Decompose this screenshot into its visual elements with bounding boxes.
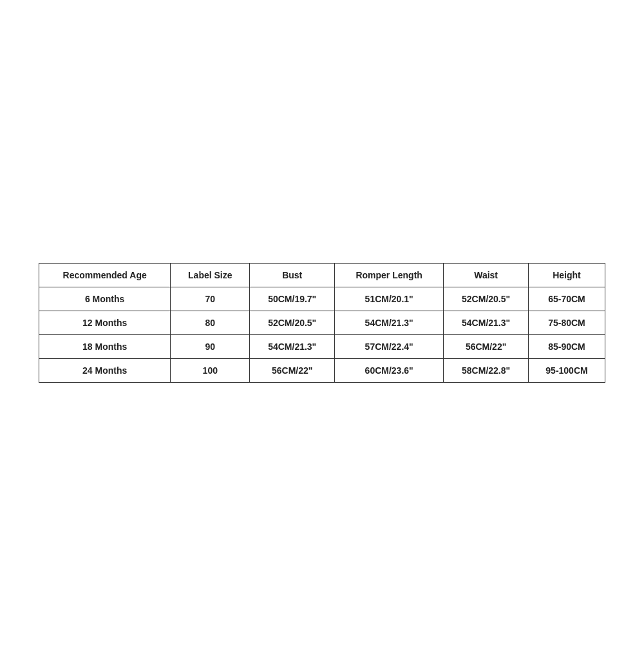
- cell-bust: 56CM/22": [250, 358, 335, 382]
- table-row: 18 Months9054CM/21.3"57CM/22.4"56CM/22"8…: [39, 334, 605, 358]
- cell-label-size: 70: [171, 287, 250, 311]
- cell-label-size: 90: [171, 334, 250, 358]
- cell-waist: 58CM/22.8": [444, 358, 529, 382]
- cell-waist: 56CM/22": [444, 334, 529, 358]
- cell-age: 6 Months: [39, 287, 171, 311]
- table-row: 24 Months10056CM/22"60CM/23.6"58CM/22.8"…: [39, 358, 605, 382]
- cell-height: 75-80CM: [529, 311, 605, 334]
- cell-age: 18 Months: [39, 334, 171, 358]
- cell-age: 12 Months: [39, 311, 171, 334]
- header-height: Height: [529, 263, 605, 287]
- cell-waist: 54CM/21.3": [444, 311, 529, 334]
- cell-height: 65-70CM: [529, 287, 605, 311]
- cell-height: 95-100CM: [529, 358, 605, 382]
- cell-romper-length: 54CM/21.3": [335, 311, 444, 334]
- cell-waist: 52CM/20.5": [444, 287, 529, 311]
- cell-bust: 54CM/21.3": [250, 334, 335, 358]
- cell-bust: 50CM/19.7": [250, 287, 335, 311]
- table-row: 6 Months7050CM/19.7"51CM/20.1"52CM/20.5"…: [39, 287, 605, 311]
- size-chart-table: Recommended Age Label Size Bust Romper L…: [39, 263, 605, 383]
- header-romper-length: Romper Length: [335, 263, 444, 287]
- header-waist: Waist: [444, 263, 529, 287]
- cell-romper-length: 60CM/23.6": [335, 358, 444, 382]
- header-bust: Bust: [250, 263, 335, 287]
- table-header-row: Recommended Age Label Size Bust Romper L…: [39, 263, 605, 287]
- cell-label-size: 100: [171, 358, 250, 382]
- cell-label-size: 80: [171, 311, 250, 334]
- cell-romper-length: 57CM/22.4": [335, 334, 444, 358]
- header-recommended-age: Recommended Age: [39, 263, 171, 287]
- header-label-size: Label Size: [171, 263, 250, 287]
- cell-bust: 52CM/20.5": [250, 311, 335, 334]
- cell-height: 85-90CM: [529, 334, 605, 358]
- cell-romper-length: 51CM/20.1": [335, 287, 444, 311]
- size-chart-container: Recommended Age Label Size Bust Romper L…: [39, 263, 605, 383]
- cell-age: 24 Months: [39, 358, 171, 382]
- table-row: 12 Months8052CM/20.5"54CM/21.3"54CM/21.3…: [39, 311, 605, 334]
